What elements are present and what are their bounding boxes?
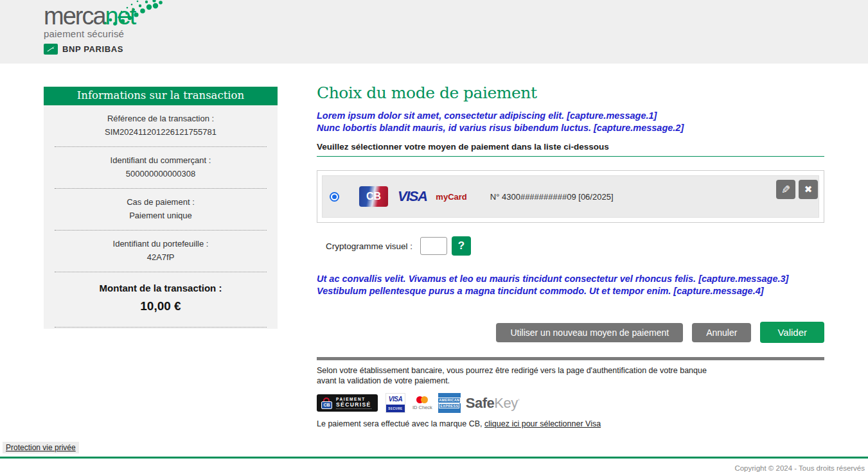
- field-value: 42A7fP: [55, 252, 267, 262]
- capture-message-1: Lorem ipsum dolor sit amet, consectetur …: [317, 110, 824, 122]
- wallet-id-row: Identifiant du portefeuille : 42A7fP: [55, 231, 267, 272]
- card-radio-dot: [332, 195, 337, 199]
- mercanet-logo: mercanet paiement sécurisé: [44, 4, 135, 55]
- capture-message-3: Ut ac convallis velit. Vivamus et leo eu…: [317, 273, 824, 285]
- merchant-id-row: Identifiant du commerçant : 500000000000…: [55, 147, 267, 189]
- green-divider: [317, 156, 824, 157]
- cb-badge-text: PAIEMENT SÉCURISÉ: [336, 397, 371, 409]
- visa-secure-badge: VISA SECURE: [385, 393, 405, 413]
- gray-separator: [317, 357, 824, 360]
- card-actions: ✎ ✖: [776, 180, 818, 199]
- logo-tagline: paiement sécurisé: [44, 28, 135, 39]
- select-visa-link[interactable]: cliquez ici pour sélectionner Visa: [484, 419, 601, 428]
- visa-logo: VISA: [398, 188, 427, 205]
- close-icon: ✖: [804, 184, 813, 195]
- dots-spray-icon: [100, 0, 164, 27]
- amex-line2: EXPRESS: [439, 403, 459, 409]
- redirect-note-line2: avant la validation de votre paiement.: [317, 376, 824, 386]
- delete-card-button[interactable]: ✖: [799, 180, 818, 199]
- cryptogram-help-button[interactable]: ?: [452, 236, 471, 256]
- visa-secure-wordmark: VISA: [386, 394, 405, 405]
- transaction-info-body: Référence de la transaction : SIM2024112…: [44, 105, 278, 329]
- cryptogram-label: Cryptogramme visuel :: [326, 241, 412, 251]
- field-label: Identifiant du portefeuille :: [55, 239, 267, 249]
- field-label: Identifiant du commerçant :: [55, 155, 267, 165]
- transaction-info-panel: Informations sur la transaction Référenc…: [44, 87, 278, 329]
- payment-method-box: CB VISA myCard N° 4300##########09 [06/2…: [317, 170, 824, 223]
- field-value: 500000000000308: [55, 169, 267, 179]
- security-logos-row: CB PAIEMENT SÉCURISÉ VISA SECURE ID Chec…: [317, 393, 824, 413]
- transaction-reference-row: Référence de la transaction : SIM2024112…: [55, 105, 267, 147]
- cryptogram-row: Cryptogramme visuel : ?: [326, 236, 824, 256]
- safekey-light: Key: [494, 395, 517, 411]
- card-number: N° 4300##########09 [06/2025]: [490, 192, 614, 202]
- bnp-name: BNP PARIBAS: [62, 44, 123, 54]
- new-payment-method-button[interactable]: Utiliser un nouveau moyen de paiement: [496, 323, 683, 342]
- card-alias: myCard: [436, 192, 466, 202]
- field-label: Cas de paiement :: [55, 197, 267, 207]
- capture-message-4: Vestibulum pellentesque purus a magna ti…: [317, 285, 824, 297]
- field-label: Référence de la transaction :: [55, 114, 267, 123]
- select-instruction: Veuillez sélectionner votre moyen de pai…: [317, 142, 824, 152]
- cb-badge-line1: PAIEMENT: [336, 397, 371, 401]
- redirect-note-line1: Selon votre établissement bancaire, vous…: [317, 365, 824, 376]
- validate-button[interactable]: Valider: [760, 322, 824, 343]
- idcheck-label: ID Check: [412, 405, 432, 410]
- mastercard-circles-icon: [416, 396, 428, 403]
- cb-card-logo: CB: [359, 186, 388, 207]
- brand-note: Le paiement sera effectué avec la marque…: [317, 419, 824, 428]
- redirect-note: Selon votre établissement bancaire, vous…: [317, 365, 824, 386]
- visa-secure-label: SECURE: [386, 405, 405, 412]
- copyright-text: Copyright © 2024 - Tous droits réservés: [734, 464, 865, 472]
- edit-card-button[interactable]: ✎: [776, 180, 795, 199]
- header-bar: mercanet paiement sécurisé: [0, 0, 868, 64]
- page-title: Choix du mode de paiement: [317, 83, 824, 102]
- payment-choice-main: Choix du mode de paiement Lorem ipsum do…: [317, 83, 824, 428]
- pencil-icon: ✎: [781, 183, 790, 196]
- payment-case-row: Cas de paiement : Paiement unique: [55, 189, 267, 231]
- cb-badge-line2: SÉCURISÉ: [336, 401, 371, 409]
- lock-body: CB: [321, 401, 332, 409]
- safekey-badge: SafeKey°: [466, 395, 520, 412]
- cb-lock-icon: CB: [321, 398, 332, 410]
- brand-note-text: Le paiement sera effectué avec la marque…: [317, 419, 484, 428]
- cancel-button[interactable]: Annuler: [692, 323, 751, 342]
- transaction-info-title: Informations sur la transaction: [44, 87, 278, 105]
- amount-value: 10,00 €: [55, 299, 267, 313]
- action-buttons-row: Utiliser un nouveau moyen de paiement An…: [317, 322, 824, 343]
- cryptogram-input[interactable]: [420, 237, 447, 255]
- bnp-paribas-logo: BNP PARIBAS: [44, 44, 135, 55]
- cb-paiement-securise-badge: CB PAIEMENT SÉCURISÉ: [317, 394, 378, 412]
- privacy-link[interactable]: Protection vie privée: [3, 442, 79, 453]
- field-value: Paiement unique: [55, 211, 267, 220]
- capture-message-2: Nunc lobortis blandit mauris, id varius …: [317, 122, 824, 134]
- bnp-emblem-icon: [44, 44, 58, 55]
- amex-line1: AMERICAN: [438, 398, 461, 403]
- saved-card-row[interactable]: CB VISA myCard N° 4300##########09 [06/2…: [322, 175, 819, 218]
- field-value: SIM202411201226121755781: [55, 127, 267, 137]
- amex-badge: AMERICAN EXPRESS: [438, 393, 461, 413]
- safekey-reg: °: [518, 398, 520, 403]
- safekey-bold: Safe: [466, 395, 494, 411]
- card-radio[interactable]: [330, 192, 339, 202]
- amount-label: Montant de la transaction :: [55, 283, 267, 293]
- footer-green-line: [0, 457, 868, 459]
- transaction-amount-row: Montant de la transaction : 10,00 €: [55, 272, 267, 328]
- mercanet-wordmark: mercanet: [44, 4, 135, 30]
- mastercard-idcheck-badge: ID Check: [412, 396, 432, 410]
- wordmark-gray: merca: [44, 3, 105, 30]
